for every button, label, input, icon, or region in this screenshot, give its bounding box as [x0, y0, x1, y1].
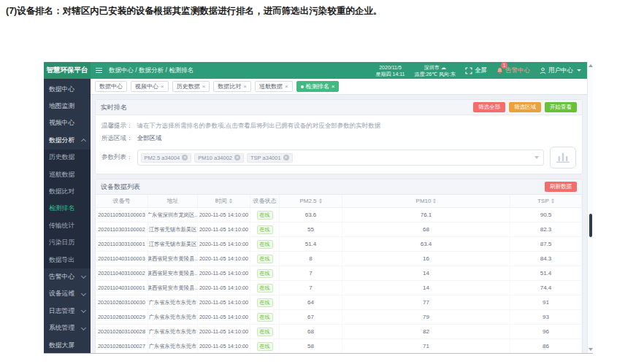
close-icon[interactable]: × [161, 84, 164, 90]
window-scrollbar[interactable] [587, 62, 593, 353]
sidebar-item-11[interactable]: 告警中心 [44, 268, 91, 285]
sidebar-item-6[interactable]: 数据比对 [44, 183, 91, 200]
cell-3-4: 8 [280, 252, 342, 266]
refresh-data-button[interactable]: 刷新数据 [545, 182, 577, 192]
status-badge: 在线 [257, 298, 273, 307]
sidebar-item-label: 系统管理 [49, 324, 74, 333]
user-icon [540, 67, 546, 74]
sidebar-item-label: 日志管理 [49, 307, 74, 316]
cell-9-5: 71 [342, 339, 510, 353]
column-label: PM10 [416, 198, 432, 204]
cell-6-2: 2020-11-05 14:10:00 [198, 295, 250, 310]
tab-label: 巡航数据 [259, 82, 283, 90]
table-row-1: 2020110303100002江苏省无锡市新吴区2020-11-05 14:1… [96, 222, 582, 237]
tab-2[interactable]: 历史数据× [172, 81, 210, 92]
cell-8-4: 68 [280, 325, 342, 339]
scroll-down-arrow-icon[interactable] [589, 348, 593, 351]
cell-8-0: 2020102603100028 [96, 325, 148, 339]
cell-7-4: 67 [280, 310, 342, 325]
sort-caret-icon[interactable] [551, 198, 554, 204]
cell-1-1: 江苏省无锡市新吴区 [148, 222, 198, 237]
tab-3[interactable]: 数据比对× [213, 81, 251, 92]
cell-1-3: 在线 [250, 222, 280, 237]
user-center-button[interactable]: 用户中心 [540, 66, 581, 75]
tab-0[interactable]: 数据中心 [95, 81, 127, 92]
weather-block: 深圳市 ☁ 温度:26℃ 风向:东 [415, 64, 456, 77]
sidebar-item-13[interactable]: 日志管理 [44, 303, 91, 320]
cell-5-6: 74.4 [510, 281, 582, 295]
status-badge: 在线 [257, 342, 273, 351]
cell-3-3: 在线 [250, 252, 280, 266]
sidebar-item-9[interactable]: 污染日历 [44, 235, 91, 252]
table-row-7: 2020102603100029广东省东莞市东莞市2020-11-05 14:1… [96, 310, 582, 325]
cell-0-6: 90.5 [510, 208, 582, 222]
tab-5[interactable]: 检测排名× [296, 81, 340, 92]
tag-close-icon[interactable]: × [182, 155, 188, 160]
panel-title-device-list: 设备数据列表 [101, 182, 140, 192]
ranking-button-2[interactable]: 开始查看 [545, 102, 577, 112]
close-icon[interactable]: × [285, 84, 288, 90]
alarm-center-button[interactable]: 1 告警中心 [497, 66, 530, 75]
cell-4-5: 14 [342, 266, 510, 281]
column-header-2[interactable]: 时间 [198, 195, 250, 208]
cell-8-3: 在线 [250, 325, 280, 339]
tab-4[interactable]: 巡航数据× [255, 81, 293, 92]
param-select-input[interactable]: PM2.5 a34004×PM10 a34002×TSP a34001× [137, 150, 545, 166]
fullscreen-button[interactable]: 全屏 [465, 66, 487, 75]
column-label: PM2.5 [299, 198, 316, 204]
sidebar-item-3[interactable]: 数据分析 [44, 132, 91, 149]
cell-6-5: 77 [342, 295, 510, 310]
ranking-button-1[interactable]: 筛选区域 [509, 102, 541, 112]
cell-4-4: 7 [280, 266, 342, 281]
sidebar-item-12[interactable]: 设备运维 [44, 286, 91, 303]
tab-1[interactable]: 视频中心× [131, 81, 169, 92]
sidebar-item-2[interactable]: 视频中心 [44, 115, 91, 132]
close-icon[interactable]: × [243, 84, 247, 90]
ranking-button-0[interactable]: 筛选全部 [473, 102, 505, 112]
chart-view-button[interactable] [550, 147, 576, 169]
cell-5-5: 14 [342, 281, 510, 295]
column-header-4[interactable]: PM2.5 [280, 195, 342, 208]
breadcrumb[interactable]: 数据中心 / 数据分析 / 检测排名 [109, 66, 193, 75]
table-row-6: 2020102603100030广东省东莞市东莞市2020-11-05 14:1… [96, 295, 582, 310]
chevron-down-icon [81, 308, 86, 313]
column-label: TSP [537, 198, 549, 204]
sidebar-item-8[interactable]: 传输统计 [44, 217, 91, 234]
column-header-5[interactable]: PM10 [342, 195, 510, 208]
close-icon[interactable]: × [202, 84, 206, 90]
sidebar-item-7[interactable]: 检测排名 [44, 201, 91, 217]
sidebar-item-label: 数据大屏 [49, 341, 74, 350]
sidebar-item-label: 地图监测 [49, 102, 74, 111]
param-tag-2: TSP a34001× [247, 153, 293, 163]
sidebar: 数据中心地图监测视频中心数据分析历史数据巡航数据数据比对检测排名传输统计污染日历… [44, 79, 91, 353]
table-row-5: 2020110403100001陕西省延安市黄陵县...2020-11-05 1… [96, 281, 582, 295]
column-header-6[interactable]: TSP [510, 195, 582, 208]
sidebar-item-14[interactable]: 系统管理 [44, 320, 91, 336]
scrollbar-thumb[interactable] [589, 214, 592, 237]
active-dot [301, 85, 304, 88]
cell-8-1: 广东省东莞市东莞市 [148, 325, 198, 339]
sort-caret-icon[interactable] [433, 198, 436, 204]
sort-caret-icon[interactable] [319, 198, 322, 204]
tag-close-icon[interactable]: × [283, 155, 289, 160]
sidebar-item-0[interactable]: 数据中心 [44, 81, 91, 98]
app-window: 智慧环保平台 数据中心 / 数据分析 / 检测排名 2020/11/5 星期四 … [44, 62, 587, 353]
tip-text: 请在下方选择所需排名的参数项,点击查看后将列出已拥有设备的对应全部参数的实时数据 [137, 122, 381, 131]
sidebar-item-label: 数据比对 [49, 187, 74, 196]
app-header: 智慧环保平台 数据中心 / 数据分析 / 检测排名 2020/11/5 星期四 … [44, 62, 587, 79]
fullscreen-icon [465, 67, 472, 74]
sidebar-item-5[interactable]: 巡航数据 [44, 166, 91, 183]
sidebar-item-15[interactable]: 数据大屏 [44, 337, 91, 354]
cell-0-2: 2020-11-05 14:10:00 [198, 208, 250, 222]
sidebar-item-4[interactable]: 历史数据 [44, 150, 91, 166]
weather-city: 深圳市 ☁ [415, 64, 456, 71]
tag-close-icon[interactable]: × [234, 155, 240, 160]
sort-caret-icon[interactable] [229, 198, 232, 204]
hamburger-icon[interactable] [96, 68, 102, 73]
sidebar-item-label: 检测排名 [49, 204, 74, 213]
sidebar-item-1[interactable]: 地图监测 [44, 98, 91, 115]
scroll-up-arrow-icon[interactable] [589, 64, 593, 67]
sidebar-item-10[interactable]: 数据导出 [44, 252, 91, 268]
cell-5-2: 2020-11-05 14:10:00 [198, 281, 250, 295]
close-icon[interactable]: × [332, 84, 335, 90]
